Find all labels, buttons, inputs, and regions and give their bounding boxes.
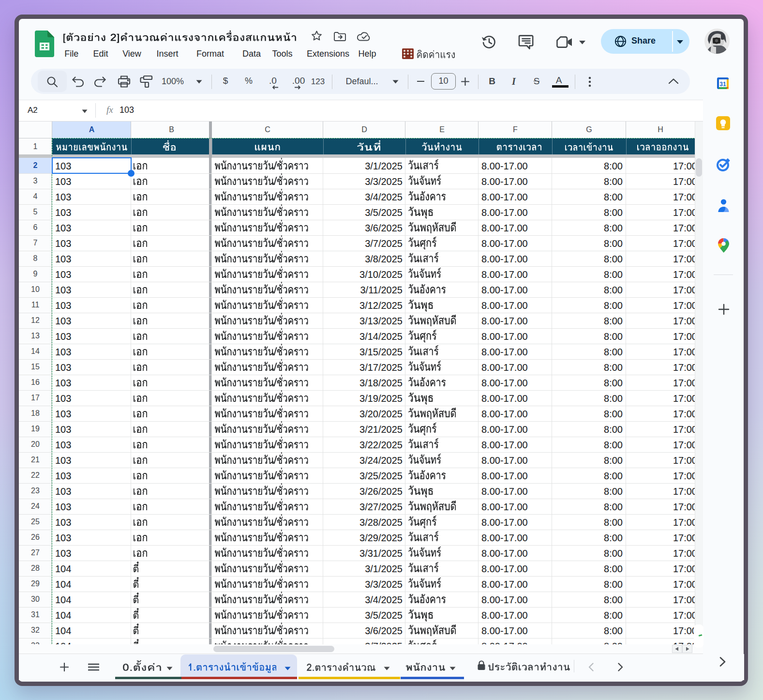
svg-text:31: 31 <box>719 81 726 88</box>
